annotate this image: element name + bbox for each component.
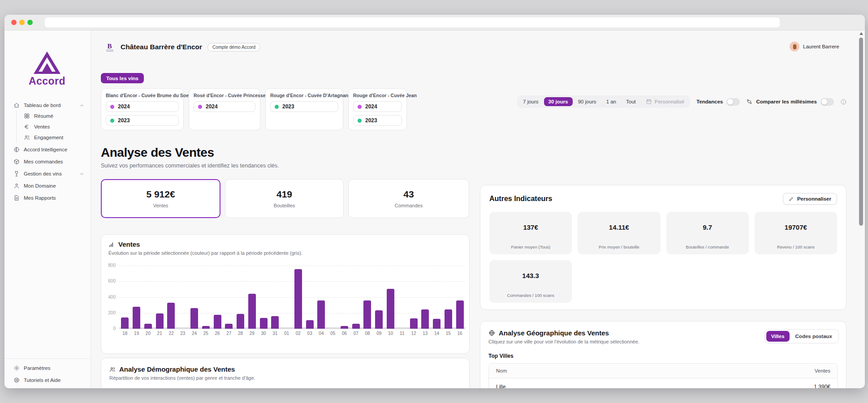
wine-filter-card[interactable]: Blanc d'Encor - Cuvée Brume du Soeil2024… bbox=[101, 88, 184, 130]
chart-bar[interactable] bbox=[237, 314, 244, 329]
wine-icon bbox=[13, 171, 20, 177]
period-chip-tout[interactable]: Tout bbox=[622, 97, 640, 106]
chart-bar[interactable] bbox=[144, 324, 152, 329]
period-chip-90-jours[interactable]: 90 jours bbox=[574, 97, 601, 106]
user-name: Laurent Barrere bbox=[803, 44, 839, 49]
chart-bar[interactable] bbox=[190, 308, 198, 329]
vintage-chip[interactable]: 2023 bbox=[353, 115, 402, 126]
sidebar-item-ventes[interactable]: Ventes bbox=[17, 121, 91, 132]
table-header: NomVentes bbox=[489, 364, 838, 378]
indicator-tile: 143.3Commandes / 100 scans bbox=[489, 260, 572, 303]
zoom-window-button[interactable] bbox=[27, 20, 33, 25]
sidebar-item-tableau-de-bord[interactable]: Tableau de bord bbox=[4, 100, 91, 111]
chart-bar[interactable] bbox=[341, 326, 348, 329]
period-chip-label: 90 jours bbox=[578, 99, 596, 104]
stat-card-commandes[interactable]: 43Commandes bbox=[348, 179, 469, 218]
brain-icon bbox=[13, 146, 20, 153]
compare-control: Comparer les millésimes bbox=[746, 98, 834, 106]
chart-bar[interactable] bbox=[456, 300, 464, 329]
all-wines-button[interactable]: Tous les vins bbox=[101, 73, 144, 83]
stat-value: 43 bbox=[403, 189, 414, 200]
sidebar-item-mes-rapports[interactable]: Mes Rapports bbox=[4, 193, 91, 203]
chart-bar[interactable] bbox=[352, 324, 360, 329]
chart-bar[interactable] bbox=[294, 269, 302, 329]
x-axis-tick: 01 bbox=[281, 331, 293, 336]
close-window-button[interactable] bbox=[11, 20, 17, 25]
customize-label: Personnaliser bbox=[797, 196, 831, 202]
indicators-title: Autres Indicateurs bbox=[489, 195, 552, 203]
period-chip-label: Tout bbox=[626, 99, 636, 104]
chart-bar[interactable] bbox=[363, 300, 371, 329]
vintage-chip[interactable]: 2024 bbox=[106, 101, 179, 112]
compare-toggle[interactable] bbox=[820, 98, 834, 106]
sidebar-item-gestion-des-vins[interactable]: Gestion des vins bbox=[4, 168, 91, 179]
bar-chart-icon bbox=[108, 241, 115, 248]
wine-filter-row: Blanc d'Encor - Cuvée Brume du Soeil2024… bbox=[101, 88, 407, 130]
geo-toggle-codes-postaux[interactable]: Codes postaux bbox=[790, 331, 837, 342]
chart-bar[interactable] bbox=[133, 307, 140, 329]
city-name: Lille bbox=[496, 384, 505, 388]
demographics-title: Analyse Démographique des Ventes bbox=[119, 365, 235, 373]
sidebar-footer-nav: ParamètresTutoriels et Aide bbox=[4, 358, 91, 386]
chart-bar[interactable] bbox=[317, 300, 325, 329]
sidebar-item-mes-commandes[interactable]: Mes commandes bbox=[4, 156, 91, 167]
chart-bar[interactable] bbox=[248, 294, 256, 329]
sidebar-item-engagement[interactable]: Engagement bbox=[17, 132, 91, 143]
chart-bar[interactable] bbox=[375, 310, 383, 329]
chart-bar[interactable] bbox=[121, 317, 129, 329]
sidebar-item-accord-intelligence[interactable]: Accord Intelligence bbox=[4, 144, 91, 155]
chart-bar[interactable] bbox=[167, 303, 175, 329]
chart-bar[interactable] bbox=[387, 289, 394, 329]
chart-bar[interactable] bbox=[271, 316, 279, 329]
sidebar-item-tutoriels-et-aide[interactable]: Tutoriels et Aide bbox=[4, 375, 91, 386]
vintage-chip[interactable]: 2023 bbox=[106, 115, 179, 126]
period-chip-7-jours[interactable]: 7 jours bbox=[518, 97, 543, 106]
vintage-chip[interactable]: 2023 bbox=[270, 101, 338, 112]
user-menu[interactable]: Laurent Barrere bbox=[790, 42, 839, 51]
sidebar-item-resume[interactable]: Résumé bbox=[17, 111, 91, 121]
chart-bar[interactable] bbox=[445, 309, 452, 329]
vintage-chip[interactable]: 2024 bbox=[194, 101, 255, 112]
stat-label: Commandes bbox=[395, 203, 423, 208]
x-axis-tick: 15 bbox=[442, 331, 454, 336]
scroll-up-arrow-icon[interactable] bbox=[859, 32, 863, 35]
table-row-city[interactable]: Lille1 390€ bbox=[489, 378, 838, 388]
chart-bar[interactable] bbox=[156, 313, 164, 329]
chart-bar[interactable] bbox=[225, 324, 233, 329]
period-chip-1-an[interactable]: 1 an bbox=[602, 97, 621, 106]
globe-icon bbox=[488, 330, 495, 336]
stat-card-ventes[interactable]: 5 912€Ventes bbox=[101, 179, 220, 218]
chart-bar[interactable] bbox=[306, 320, 314, 329]
indicator-label: Revenu / 100 scans bbox=[755, 244, 837, 249]
indicator-label: Panier moyen (Tous) bbox=[489, 244, 572, 249]
vertical-scrollbar[interactable] bbox=[859, 31, 864, 386]
info-icon[interactable] bbox=[840, 99, 847, 105]
scrollbar-thumb[interactable] bbox=[859, 38, 863, 226]
chart-bar[interactable] bbox=[202, 326, 210, 329]
wine-filter-card[interactable]: Rouge d'Encor - Cuvée Jean20242023 bbox=[348, 88, 407, 130]
chart-bar[interactable] bbox=[433, 319, 440, 329]
stat-card-bouteilles[interactable]: 419Bouteilles bbox=[225, 179, 344, 218]
wine-filter-card[interactable]: Rouge d'Encor - Cuvée D'Artagnan2023 bbox=[265, 88, 343, 130]
minimize-window-button[interactable] bbox=[19, 20, 25, 25]
x-axis-tick: 19 bbox=[131, 331, 143, 336]
chart-bar[interactable] bbox=[421, 309, 429, 329]
chart-bar[interactable] bbox=[214, 315, 221, 329]
wine-filter-card[interactable]: Rosé d'Encor - Cuvée Princesse2024 bbox=[189, 88, 260, 130]
x-axis-tick: 07 bbox=[350, 331, 362, 336]
compare-vintages-icon bbox=[746, 99, 752, 105]
address-bar[interactable] bbox=[45, 17, 780, 27]
sidebar-item-mon-domaine[interactable]: Mon Domaine bbox=[4, 180, 91, 191]
chart-bar[interactable] bbox=[260, 318, 268, 329]
person-icon bbox=[13, 183, 20, 189]
sidebar-item-parametres[interactable]: Paramètres bbox=[4, 363, 91, 373]
trends-label: Tendances bbox=[696, 99, 723, 104]
period-chip-30-jours[interactable]: 30 jours bbox=[544, 97, 573, 106]
chart-bar[interactable] bbox=[410, 318, 418, 329]
vintage-chip[interactable]: 2024 bbox=[353, 101, 402, 112]
trends-toggle[interactable] bbox=[726, 98, 740, 106]
geo-toggle-villes[interactable]: Villes bbox=[766, 331, 790, 342]
sales-chart-card: Ventes Évolution sur la période sélectio… bbox=[101, 234, 470, 354]
customize-button[interactable]: Personnaliser bbox=[783, 193, 837, 205]
period-chip-personnalise[interactable]: Personnalisé bbox=[641, 97, 689, 107]
